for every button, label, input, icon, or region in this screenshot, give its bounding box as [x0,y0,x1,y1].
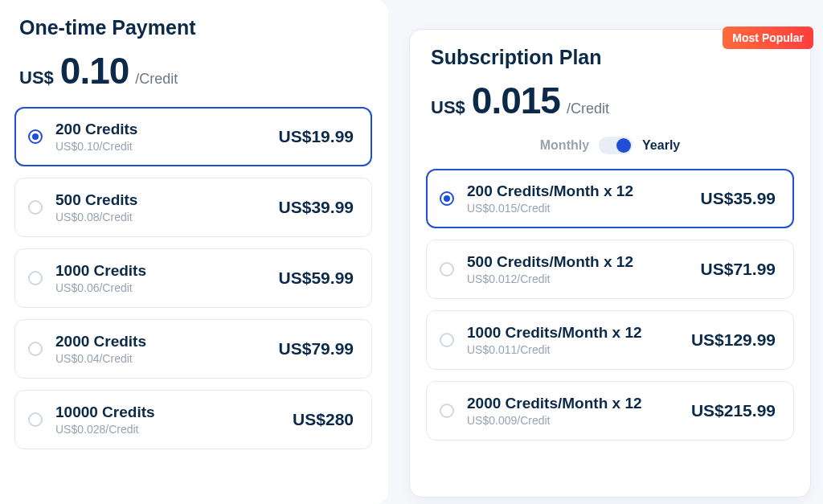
radio-icon [28,200,43,215]
subscription-options: 200 Credits/Month x 12US$0.015/CreditUS$… [426,169,794,440]
subscription-option-1[interactable]: 500 Credits/Month x 12US$0.012/CreditUS$… [426,240,794,299]
onetime-option-sub: US$0.06/Credit [55,281,266,294]
subscription-option-title: 200 Credits/Month x 12 [467,182,688,200]
onetime-per-credit: /Credit [135,71,178,88]
onetime-option-title: 2000 Credits [55,333,266,350]
onetime-currency: US$ [19,68,54,88]
onetime-option-sub: US$0.10/Credit [55,140,266,153]
most-popular-badge: Most Popular [723,27,813,49]
onetime-price: 0.10 [60,49,129,92]
onetime-option-title: 200 Credits [55,121,266,138]
subscription-option-3[interactable]: 2000 Credits/Month x 12US$0.009/CreditUS… [426,381,794,440]
onetime-panel: One-time Payment US$ 0.10 /Credit 200 Cr… [0,0,388,504]
toggle-monthly-label[interactable]: Monthly [540,138,589,153]
subscription-currency: US$ [431,97,465,118]
onetime-option-title: 500 Credits [55,191,266,209]
subscription-option-0[interactable]: 200 Credits/Month x 12US$0.015/CreditUS$… [426,169,794,228]
toggle-yearly-label[interactable]: Yearly [642,138,680,153]
subscription-title: Subscription Plan [431,46,794,69]
onetime-options: 200 CreditsUS$0.10/CreditUS$19.99500 Cre… [14,107,372,449]
onetime-option-4[interactable]: 10000 CreditsUS$0.028/CreditUS$280 [14,390,372,449]
onetime-option-1[interactable]: 500 CreditsUS$0.08/CreditUS$39.99 [14,178,372,237]
onetime-option-2[interactable]: 1000 CreditsUS$0.06/CreditUS$59.99 [14,248,372,308]
onetime-option-price: US$79.99 [279,339,354,359]
billing-switch-knob [616,138,631,153]
subscription-option-main: 500 Credits/Month x 12US$0.012/Credit [467,253,688,285]
onetime-option-3[interactable]: 2000 CreditsUS$0.04/CreditUS$79.99 [14,319,372,379]
radio-icon [440,333,454,347]
onetime-title: One-time Payment [19,16,372,39]
subscription-option-main: 2000 Credits/Month x 12US$0.009/Credit [467,395,678,427]
billing-toggle: Monthly Yearly [426,137,794,154]
subscription-price: 0.015 [472,79,560,122]
onetime-option-price: US$59.99 [279,268,354,288]
onetime-option-sub: US$0.028/Credit [55,423,280,436]
radio-icon [440,404,454,418]
onetime-option-sub: US$0.04/Credit [55,352,266,365]
onetime-option-main: 2000 CreditsUS$0.04/Credit [55,333,266,365]
subscription-option-price: US$215.99 [691,401,776,420]
onetime-option-title: 1000 Credits [55,262,266,280]
subscription-option-price: US$35.99 [701,189,776,208]
onetime-option-price: US$19.99 [279,127,354,146]
onetime-price-line: US$ 0.10 /Credit [19,49,372,92]
radio-icon [440,262,454,277]
subscription-option-sub: US$0.009/Credit [467,414,678,427]
radio-icon [28,412,43,427]
radio-icon [28,342,43,356]
subscription-option-sub: US$0.012/Credit [467,272,688,285]
onetime-option-main: 10000 CreditsUS$0.028/Credit [55,404,280,436]
subscription-price-line: US$ 0.015 /Credit [431,79,794,122]
subscription-option-2[interactable]: 1000 Credits/Month x 12US$0.011/CreditUS… [426,310,794,370]
subscription-option-price: US$71.99 [701,260,776,279]
radio-icon [440,191,454,206]
onetime-option-title: 10000 Credits [55,404,280,421]
radio-icon [28,271,43,285]
onetime-option-price: US$280 [293,410,354,429]
onetime-option-main: 200 CreditsUS$0.10/Credit [55,121,266,153]
subscription-option-title: 2000 Credits/Month x 12 [467,395,678,412]
subscription-option-main: 1000 Credits/Month x 12US$0.011/Credit [467,324,678,356]
subscription-wrap: Most Popular Subscription Plan US$ 0.015… [395,0,823,504]
subscription-option-main: 200 Credits/Month x 12US$0.015/Credit [467,182,688,215]
subscription-option-sub: US$0.015/Credit [467,202,688,215]
onetime-option-main: 500 CreditsUS$0.08/Credit [55,191,266,223]
subscription-option-title: 1000 Credits/Month x 12 [467,324,678,342]
subscription-option-title: 500 Credits/Month x 12 [467,253,688,271]
onetime-option-price: US$39.99 [279,198,354,217]
billing-switch[interactable] [599,137,633,154]
subscription-option-price: US$129.99 [691,330,776,350]
subscription-option-sub: US$0.011/Credit [467,343,678,356]
subscription-per-credit: /Credit [567,100,609,117]
subscription-panel: Most Popular Subscription Plan US$ 0.015… [409,29,811,498]
onetime-option-main: 1000 CreditsUS$0.06/Credit [55,262,266,294]
onetime-option-sub: US$0.08/Credit [55,211,266,223]
onetime-option-0[interactable]: 200 CreditsUS$0.10/CreditUS$19.99 [14,107,372,166]
radio-icon [28,129,43,144]
